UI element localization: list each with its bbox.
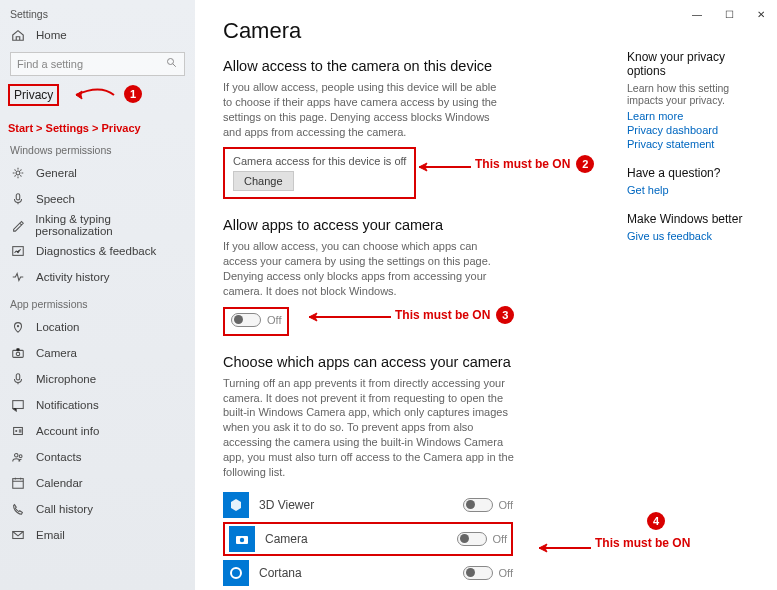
window-titlebar: ― ☐ ✕ (681, 0, 777, 28)
sidebar-item-location[interactable]: Location (0, 314, 195, 340)
sidebar-item-label: Calendar (36, 477, 83, 489)
sidebar-home[interactable]: Home (0, 22, 195, 48)
svg-point-12 (19, 455, 22, 458)
account-icon (10, 423, 26, 439)
speech-icon (10, 191, 26, 207)
sidebar-item-activity[interactable]: Activity history (0, 264, 195, 290)
link-get-help[interactable]: Get help (627, 184, 757, 196)
search-input[interactable]: Find a setting (10, 52, 185, 76)
sidebar-item-label: Diagnostics & feedback (36, 245, 156, 257)
app-row-camera: CameraOff (223, 522, 513, 556)
annotation-3-text: This must be ON (395, 308, 490, 322)
toggle-pill-icon (457, 532, 487, 546)
app-toggle[interactable]: Off (463, 498, 513, 512)
diag-icon (10, 243, 26, 259)
home-icon (10, 27, 26, 43)
mic-icon (10, 371, 26, 387)
annotation-arrow-3 (303, 311, 393, 323)
camera-icon (10, 345, 26, 361)
app-toggle[interactable]: Off (457, 532, 507, 546)
sidebar-item-calendar[interactable]: Calendar (0, 470, 195, 496)
svg-rect-7 (16, 374, 20, 380)
sidebar-item-label: General (36, 167, 77, 179)
annotation-4-num-holder: 4 (641, 512, 665, 530)
toggle-pill-icon (231, 313, 261, 327)
annotation-arrow-1 (70, 86, 116, 104)
annotation-arrow-2 (413, 161, 473, 173)
svg-point-6 (16, 352, 20, 356)
app-toggle-label: Off (499, 499, 513, 511)
link-privacy-dashboard[interactable]: Privacy dashboard (627, 124, 757, 136)
main-pane: Camera Allow access to the camera on thi… (195, 0, 777, 590)
annotation-3-num: 3 (496, 306, 514, 324)
sidebar-home-label: Home (36, 29, 67, 41)
annotation-4-text: This must be ON (595, 536, 690, 550)
sidebar-item-label: Notifications (36, 399, 99, 411)
svg-point-1 (16, 171, 20, 175)
close-button[interactable]: ✕ (745, 3, 777, 25)
svg-point-0 (168, 59, 174, 65)
cube-app-icon (223, 492, 249, 518)
sidebar-item-notif[interactable]: Notifications (0, 392, 195, 418)
toggle-pill-icon (463, 566, 493, 580)
annotation-4: This must be ON (595, 536, 690, 550)
location-icon (10, 319, 26, 335)
app-name-label: Cortana (259, 566, 302, 580)
apps-toggle-box: Off (223, 307, 289, 336)
sidebar-item-contacts[interactable]: Contacts (0, 444, 195, 470)
sidebar-item-label: Email (36, 529, 65, 541)
right-h1: Know your privacy options (627, 50, 757, 78)
link-privacy-statement[interactable]: Privacy statement (627, 138, 757, 150)
section-choose-apps: Choose which apps can access your camera (223, 354, 749, 370)
sidebar-item-label: Account info (36, 425, 99, 437)
annotation-breadcrumb: Start > Settings > Privacy (8, 122, 195, 134)
sidebar-item-email[interactable]: Email (0, 522, 195, 548)
maximize-button[interactable]: ☐ (713, 3, 745, 25)
search-icon (166, 57, 178, 71)
calendar-icon (10, 475, 26, 491)
app-row-cortana: CortanaOff (223, 556, 513, 590)
sidebar-item-mic[interactable]: Microphone (0, 366, 195, 392)
device-status-text: Camera access for this device is off (233, 155, 406, 167)
notif-icon (10, 397, 26, 413)
annotation-3: This must be ON3 (395, 306, 514, 324)
contacts-icon (10, 449, 26, 465)
app-name-label: Camera (265, 532, 308, 546)
right-h2: Have a question? (627, 166, 757, 180)
sidebar-item-diag[interactable]: Diagnostics & feedback (0, 238, 195, 264)
device-access-desc: If you allow access, people using this d… (223, 80, 503, 139)
sidebar-item-label: Inking & typing personalization (35, 213, 185, 237)
apps-toggle-label: Off (267, 314, 281, 326)
app-toggle[interactable]: Off (463, 566, 513, 580)
svg-rect-2 (16, 194, 20, 200)
sidebar-item-speech[interactable]: Speech (0, 186, 195, 212)
page-title: Camera (223, 18, 749, 44)
sidebar-section-windows: Windows permissions (0, 136, 195, 160)
sidebar-item-account[interactable]: Account info (0, 418, 195, 444)
choose-apps-desc: Turning off an app prevents it from dire… (223, 376, 523, 480)
apps-access-toggle[interactable]: Off (231, 313, 281, 327)
sidebar-privacy-label: Privacy (14, 88, 53, 102)
sidebar-item-camera[interactable]: Camera (0, 340, 195, 366)
sidebar-privacy[interactable]: Privacy (8, 84, 59, 106)
link-learn-more[interactable]: Learn more (627, 110, 757, 122)
app-row-3d-viewer: 3D ViewerOff (223, 488, 513, 522)
apps-access-desc: If you allow access, you can choose whic… (223, 239, 503, 298)
sidebar-section-app: App permissions (0, 290, 195, 314)
sidebar-item-general[interactable]: General (0, 160, 195, 186)
svg-rect-9 (14, 428, 23, 435)
sidebar-item-inking[interactable]: Inking & typing personalization (0, 212, 195, 238)
annotation-1-num: 1 (124, 85, 142, 103)
svg-rect-13 (13, 479, 24, 489)
app-list: 4 This must be ON 3D ViewerOffCameraOffC… (223, 488, 749, 590)
sidebar-item-call[interactable]: Call history (0, 496, 195, 522)
minimize-button[interactable]: ― (681, 3, 713, 25)
annotation-4-num: 4 (647, 512, 665, 530)
sidebar-item-label: Call history (36, 503, 93, 515)
link-feedback[interactable]: Give us feedback (627, 230, 757, 242)
right-p1: Learn how this setting impacts your priv… (627, 82, 757, 106)
sidebar-item-label: Microphone (36, 373, 96, 385)
change-button[interactable]: Change (233, 171, 294, 191)
svg-rect-8 (13, 401, 24, 409)
cortana-app-icon (223, 560, 249, 586)
